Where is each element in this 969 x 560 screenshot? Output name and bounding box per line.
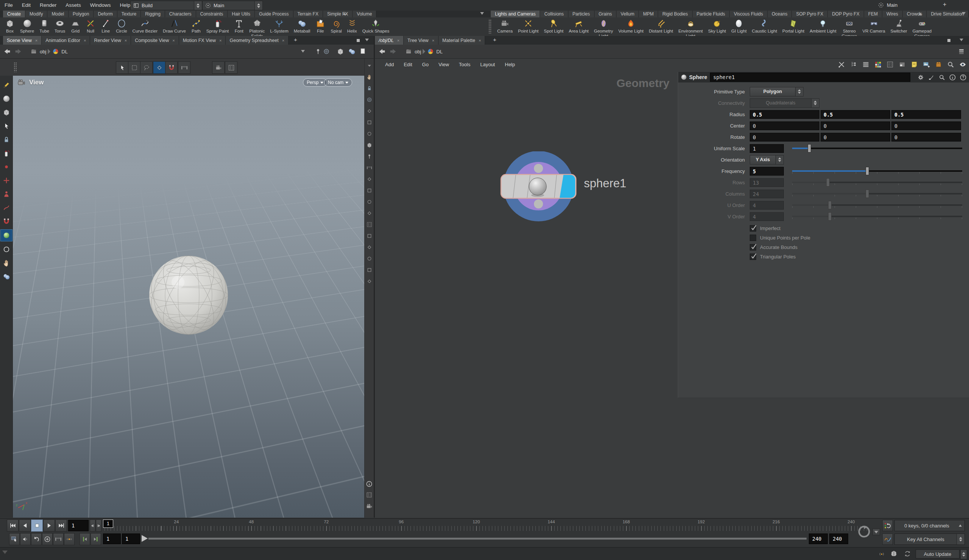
shelf-tool[interactable]: Torus: [52, 18, 68, 34]
add-pane-tab-button[interactable]: +: [291, 37, 300, 43]
viewport-tool-button[interactable]: [1, 161, 12, 173]
display-option-button[interactable]: [365, 61, 373, 70]
network-toolbar-button[interactable]: [947, 61, 955, 68]
shelf-tab[interactable]: Characters: [165, 11, 196, 17]
network-menu-item[interactable]: Edit: [399, 61, 417, 67]
param-input[interactable]: 13: [750, 178, 784, 187]
shelf-tool[interactable]: Caustic Light: [749, 18, 780, 34]
realtime-options-arrow[interactable]: [872, 528, 880, 535]
set-range-start-button[interactable]: [80, 533, 90, 545]
viewport-toolbar-button[interactable]: [128, 61, 140, 74]
playbar-options-button[interactable]: [9, 533, 20, 545]
projection-button[interactable]: Persp: [303, 78, 327, 86]
display-option-button[interactable]: [365, 118, 373, 126]
pane-tab[interactable]: Geometry Spreadsheet ×: [226, 36, 288, 45]
shelf-tool[interactable]: L-System: [267, 18, 291, 34]
pane-menu-arrow-icon[interactable]: [959, 38, 963, 41]
collapse-playbar-icon[interactable]: [2, 550, 8, 554]
step-back-button[interactable]: [90, 520, 95, 532]
snapshot-camera-icon[interactable]: [365, 502, 373, 510]
param-input[interactable]: 0: [750, 121, 819, 130]
viewport-tool-button[interactable]: [1, 202, 12, 213]
param-slider[interactable]: [792, 167, 962, 175]
network-toolbar-button[interactable]: [922, 61, 931, 68]
back-icon[interactable]: [3, 47, 12, 56]
viewport-toolbar-button[interactable]: [116, 61, 128, 74]
shelf-tool[interactable]: Draw Curve: [160, 18, 188, 34]
shelf-tab[interactable]: Terrain FX: [293, 11, 323, 17]
shelf-tool[interactable]: Spiral: [328, 18, 344, 34]
shelf-tool[interactable]: Font: [231, 18, 246, 34]
network-toolbar-button[interactable]: [898, 61, 906, 68]
param-input[interactable]: 0: [821, 121, 890, 130]
shelf-tab[interactable]: Texture: [117, 11, 141, 17]
display-option-button[interactable]: [365, 175, 373, 183]
viewport-tool-button[interactable]: [1, 188, 12, 200]
info-icon[interactable]: [366, 480, 373, 487]
close-icon[interactable]: ×: [432, 38, 435, 43]
geometry-icon[interactable]: [336, 47, 345, 56]
viewport-tool-button[interactable]: [0, 229, 12, 241]
close-icon[interactable]: ×: [35, 38, 37, 43]
display-option-button[interactable]: [365, 130, 373, 138]
key-mode-dropdown[interactable]: Key All Channels: [894, 533, 965, 545]
pin-icon[interactable]: [314, 48, 322, 55]
shelf-tool[interactable]: Area Light: [566, 18, 591, 34]
shelf-tab[interactable]: Constraints: [196, 11, 228, 17]
param-dropdown[interactable]: Polygon: [750, 87, 804, 96]
display-option-button[interactable]: [365, 209, 373, 217]
grid-icon[interactable]: [366, 492, 373, 499]
param-toggle-accurate-bounds[interactable]: Accurate Bounds: [678, 243, 969, 252]
current-frame-marker[interactable]: 1: [103, 520, 113, 528]
add-desktop-button[interactable]: +: [943, 1, 946, 8]
display-option-button[interactable]: [365, 266, 373, 274]
param-input[interactable]: 5: [750, 167, 784, 176]
display-option-button[interactable]: [365, 141, 373, 149]
shelf-tool[interactable]: Distant Light: [646, 18, 676, 34]
node-type-icon[interactable]: [681, 74, 687, 81]
jump-to-start-button[interactable]: [7, 520, 18, 532]
shelf-tool[interactable]: File: [313, 18, 328, 34]
shelf-tool[interactable]: Null: [83, 18, 98, 34]
forward-icon[interactable]: [14, 47, 22, 56]
pane-tab[interactable]: Tree View ×: [404, 36, 438, 45]
stop-button[interactable]: [31, 520, 43, 532]
shelf-tab[interactable]: Model: [47, 11, 68, 17]
display-option-button[interactable]: [365, 73, 373, 81]
shelf-tab[interactable]: Grains: [594, 11, 616, 17]
step-forward-button[interactable]: [96, 520, 102, 532]
shelf-tab[interactable]: DOP Pyro FX: [828, 11, 864, 17]
shelf-tab[interactable]: MPM: [639, 11, 658, 17]
shelf-tool[interactable]: Portal Light: [780, 18, 807, 34]
breadcrumb-node[interactable]: DL: [436, 49, 443, 55]
param-input[interactable]: 0.5: [750, 110, 819, 119]
viewport-tool-button[interactable]: [1, 120, 12, 132]
display-option-button[interactable]: [365, 243, 373, 251]
camera-select-button[interactable]: No cam: [324, 78, 352, 86]
parameter-header-button[interactable]: [949, 74, 956, 81]
pane-tab[interactable]: Composite View ×: [131, 36, 179, 45]
menu-item[interactable]: Assets: [61, 2, 86, 8]
shelf-tool[interactable]: GI Light: [729, 18, 749, 34]
breadcrumb-node[interactable]: DL: [62, 49, 68, 55]
keys-status-button[interactable]: 0 keys, 0/0 channels: [894, 520, 965, 531]
breadcrumb-root[interactable]: obj: [415, 49, 421, 55]
shelf-tab[interactable]: Vellum: [616, 11, 639, 17]
checkbox[interactable]: [750, 254, 756, 260]
shelf-tool[interactable]: Platonic Solids: [246, 18, 267, 38]
pane-tab[interactable]: Motion FX View ×: [179, 36, 226, 45]
shelf-tool[interactable]: Sky Light: [706, 18, 729, 34]
shelf-tab[interactable]: Oceans: [768, 11, 792, 17]
update-mode-dropdown[interactable]: Auto Update: [916, 549, 959, 558]
param-toggle-imperfect[interactable]: Imperfect: [678, 224, 969, 233]
main-menu-selector[interactable]: Main: [202, 1, 263, 10]
parameter-header-button[interactable]: [928, 74, 935, 81]
keyframe-options-button[interactable]: [882, 520, 893, 531]
viewport-tool-button[interactable]: [1, 107, 12, 118]
shelf-tool[interactable]: Circle: [113, 18, 130, 34]
shelf-tab[interactable]: Particle Fluids: [693, 11, 730, 17]
checkbox[interactable]: [750, 225, 756, 231]
shelf-tab[interactable]: Modify: [25, 11, 47, 17]
shelf-tool[interactable]: Point Light: [515, 18, 541, 34]
path-stack-icon[interactable]: [957, 48, 965, 55]
